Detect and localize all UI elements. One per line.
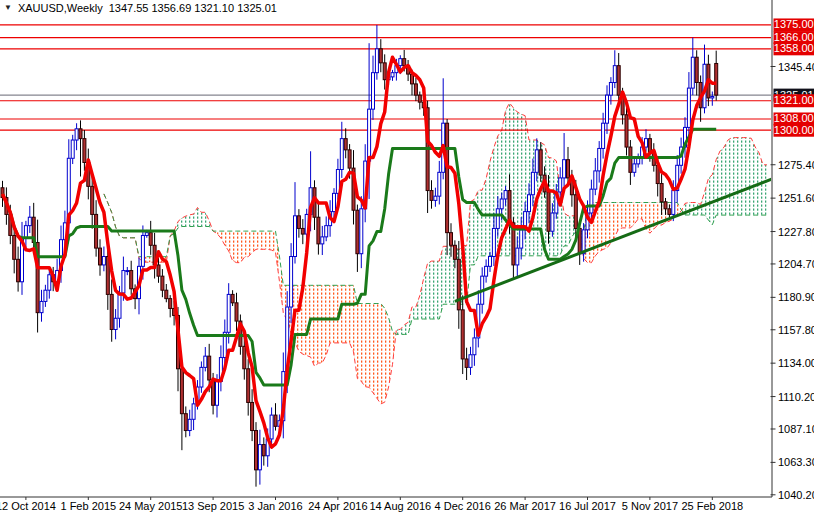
candle-body (325, 226, 328, 237)
candle-body (290, 257, 293, 308)
candle-body (247, 369, 250, 403)
candle-body (28, 217, 31, 225)
plot-area[interactable] (0, 25, 775, 487)
candle-body (227, 294, 230, 332)
candle-body (434, 196, 437, 200)
candle-body (602, 123, 605, 148)
candle-body (539, 150, 542, 175)
candle-body (368, 109, 371, 161)
candle-body (83, 139, 86, 163)
candle-body (617, 66, 620, 95)
candle-body (399, 59, 402, 66)
candle-body (418, 95, 421, 102)
candle-body (379, 49, 382, 63)
candle-body (118, 293, 121, 318)
candle-body (110, 294, 113, 329)
candle-body (629, 147, 632, 172)
candle-body (169, 299, 172, 309)
price-level-badge-label: 1375.00 (774, 18, 814, 30)
candle-body (668, 209, 671, 215)
ohlc-values: 1347.55 1356.69 1321.10 1325.01 (109, 2, 277, 14)
candle-body (208, 356, 211, 380)
candle-body (563, 160, 566, 178)
candle-body (17, 259, 20, 281)
candle-body (625, 115, 628, 147)
price-level-badge-label: 1358.00 (774, 42, 814, 54)
candle-body (235, 303, 238, 321)
candle-body (13, 235, 16, 259)
price-chart-canvas[interactable]: 1345.401275.401251.601227.801204.701180.… (0, 0, 814, 514)
candle-body (122, 271, 125, 293)
candle-body (216, 381, 219, 405)
candle-body (44, 290, 47, 301)
date-label: 16 Jul 2017 (559, 500, 616, 512)
price-level-badge-label: 1308.00 (774, 112, 814, 124)
y-tick-label: 1063.30 (778, 456, 814, 468)
price-badges: 1325.011375.001366.001358.001321.001308.… (774, 18, 814, 136)
candle-body (535, 150, 538, 172)
candle-body (360, 209, 363, 254)
candle-body (297, 216, 300, 229)
price-level-badge-label: 1321.00 (774, 94, 814, 106)
candle-body (340, 139, 343, 170)
date-label: 24 May 2015 (119, 500, 183, 512)
y-tick-label: 1204.70 (778, 258, 814, 270)
candle-body (255, 431, 258, 470)
candle-body (508, 191, 511, 223)
candle-body (660, 184, 663, 202)
cloud-bullish-region (685, 138, 767, 225)
cloud-bullish-region (170, 208, 217, 236)
date-label: 13 Sep 2015 (182, 500, 244, 512)
candle-body (157, 265, 160, 276)
candle-body (485, 266, 488, 276)
y-tick-label: 1040.20 (778, 489, 814, 501)
candle-body (114, 318, 117, 329)
y-tick-label: 1087.10 (778, 423, 814, 435)
candle-body (372, 73, 375, 109)
date-label: 24 Apr 2016 (308, 500, 367, 512)
candle-body (430, 191, 433, 201)
y-tick-label: 1275.40 (778, 159, 814, 171)
candle-body (79, 129, 82, 139)
candle-body (48, 275, 51, 290)
date-label: 3 Jan 2016 (248, 500, 302, 512)
date-label: 12 Oct 2014 (0, 500, 56, 512)
x-axis-labels: 12 Oct 20141 Feb 201524 May 201513 Sep 2… (0, 497, 743, 512)
candle-body (180, 369, 183, 414)
candle-body (231, 294, 234, 302)
candle-body (262, 445, 265, 456)
symbol-timeframe-label: XAUUSD,Weekly (18, 2, 103, 14)
candle-body (161, 276, 164, 290)
candle-body (606, 95, 609, 123)
candle-body (528, 195, 531, 212)
candle-body (91, 186, 94, 214)
candle-body (645, 139, 648, 147)
candle-body (317, 217, 320, 244)
candle-body (258, 445, 261, 470)
candle-body (149, 233, 152, 246)
candle-body (492, 228, 495, 256)
candle-body (204, 356, 207, 367)
candle-body (243, 346, 246, 368)
y-tick-label: 1345.40 (778, 61, 814, 73)
symbol-dropdown-icon[interactable]: ▼ (4, 4, 12, 12)
candle-body (590, 189, 593, 213)
candle-body (391, 73, 394, 77)
candle-body (102, 257, 105, 265)
candle-body (356, 210, 359, 254)
candle-body (188, 419, 191, 430)
candle-body (75, 129, 78, 140)
candle-body (516, 248, 519, 265)
candle-body (500, 199, 503, 209)
candle-body (95, 214, 98, 248)
candle-body (496, 209, 499, 229)
candle-body (687, 88, 690, 127)
candle-body (130, 271, 133, 289)
candle-body (594, 171, 597, 189)
candle-body (192, 404, 195, 419)
candle-body (473, 338, 476, 355)
candle-body (547, 192, 550, 231)
date-label: 4 Dec 2016 (435, 500, 491, 512)
candle-body (465, 359, 468, 367)
date-label: 5 Nov 2017 (622, 500, 678, 512)
